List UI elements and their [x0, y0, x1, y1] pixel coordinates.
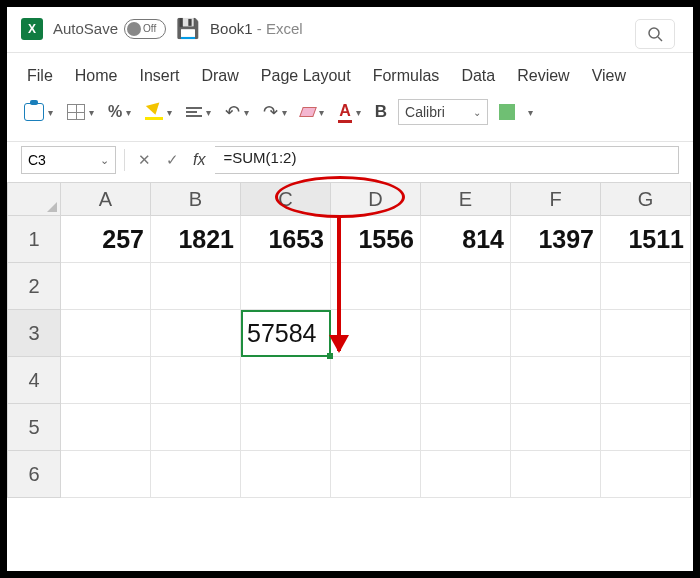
name-box[interactable]: C3 ⌄ [21, 146, 116, 174]
cell-E5[interactable] [421, 404, 511, 451]
cell-A4[interactable] [61, 357, 151, 404]
cell-D6[interactable] [331, 451, 421, 498]
clear-button[interactable]: ▾ [298, 105, 327, 120]
cell-A2[interactable] [61, 263, 151, 310]
search-button[interactable] [635, 19, 675, 49]
col-header-B[interactable]: B [151, 182, 241, 216]
format-table-button[interactable]: ▾ [64, 102, 97, 122]
cell-G3[interactable] [601, 310, 691, 357]
row-header-1[interactable]: 1 [7, 216, 61, 263]
cell-E2[interactable] [421, 263, 511, 310]
accept-formula-button[interactable]: ✓ [161, 151, 183, 169]
tab-file[interactable]: File [27, 67, 53, 85]
tab-review[interactable]: Review [517, 67, 569, 85]
ribbon-overflow-icon[interactable]: ▾ [528, 107, 533, 118]
formula-input[interactable]: =SUM(1:2) [215, 146, 679, 174]
clipboard-icon [24, 103, 44, 121]
cell-C1[interactable]: 1653 [241, 216, 331, 263]
tab-home[interactable]: Home [75, 67, 118, 85]
cell-F1[interactable]: 1397 [511, 216, 601, 263]
row-header-2[interactable]: 2 [7, 263, 61, 310]
tab-data[interactable]: Data [461, 67, 495, 85]
document-title: Book1 - Excel [210, 20, 303, 37]
cell-F5[interactable] [511, 404, 601, 451]
cell-C6[interactable] [241, 451, 331, 498]
col-header-G[interactable]: G [601, 182, 691, 216]
column-headers: A B C D E F G [7, 182, 693, 216]
save-icon[interactable]: 💾 [176, 17, 200, 40]
cell-A1[interactable]: 257 [61, 216, 151, 263]
cell-D1[interactable]: 1556 [331, 216, 421, 263]
cell-B2[interactable] [151, 263, 241, 310]
cell-B1[interactable]: 1821 [151, 216, 241, 263]
cell-D4[interactable] [331, 357, 421, 404]
undo-icon: ↶ [225, 101, 240, 123]
eraser-icon [299, 107, 317, 117]
x-icon: ✕ [138, 151, 151, 168]
cell-F6[interactable] [511, 451, 601, 498]
autosave-label: AutoSave [53, 20, 118, 37]
chevron-down-icon: ⌄ [100, 154, 109, 167]
cell-E1[interactable]: 814 [421, 216, 511, 263]
cell-E3[interactable] [421, 310, 511, 357]
row-header-5[interactable]: 5 [7, 404, 61, 451]
align-button[interactable]: ▾ [183, 105, 214, 120]
undo-button[interactable]: ↶▾ [222, 99, 252, 125]
cell-C4[interactable] [241, 357, 331, 404]
cancel-formula-button[interactable]: ✕ [133, 151, 155, 169]
cell-D5[interactable] [331, 404, 421, 451]
cell-B6[interactable] [151, 451, 241, 498]
autosave-switch[interactable]: Off [124, 19, 166, 39]
cell-A3[interactable] [61, 310, 151, 357]
cell-C3[interactable]: 57584 [241, 310, 331, 357]
cell-C2[interactable] [241, 263, 331, 310]
redo-button[interactable]: ↷▾ [260, 99, 290, 125]
fx-label[interactable]: fx [193, 151, 205, 169]
cell-F4[interactable] [511, 357, 601, 404]
fill-color-button[interactable]: ▾ [142, 102, 175, 122]
cell-fill-button[interactable] [496, 102, 518, 122]
col-header-D[interactable]: D [331, 182, 421, 216]
cell-C5[interactable] [241, 404, 331, 451]
autosave-toggle[interactable]: AutoSave Off [53, 19, 166, 39]
cell-D2[interactable] [331, 263, 421, 310]
cell-B5[interactable] [151, 404, 241, 451]
font-color-button[interactable]: A▾ [335, 100, 364, 125]
cell-D3[interactable] [331, 310, 421, 357]
svg-line-1 [658, 37, 662, 41]
tab-insert[interactable]: Insert [139, 67, 179, 85]
col-header-C[interactable]: C [241, 182, 331, 216]
tab-formulas[interactable]: Formulas [373, 67, 440, 85]
bold-button[interactable]: B [372, 100, 390, 124]
row-header-4[interactable]: 4 [7, 357, 61, 404]
cell-F2[interactable] [511, 263, 601, 310]
select-all-corner[interactable] [7, 182, 61, 216]
cell-E6[interactable] [421, 451, 511, 498]
cell-B3[interactable] [151, 310, 241, 357]
col-header-E[interactable]: E [421, 182, 511, 216]
paste-button[interactable]: ▾ [21, 101, 56, 123]
tab-view[interactable]: View [592, 67, 626, 85]
cell-A5[interactable] [61, 404, 151, 451]
cell-G5[interactable] [601, 404, 691, 451]
excel-app-icon: X [21, 18, 43, 40]
cell-F3[interactable] [511, 310, 601, 357]
font-family-select[interactable]: Calibri⌄ [398, 99, 488, 125]
cell-G1[interactable]: 1511 [601, 216, 691, 263]
tab-draw[interactable]: Draw [201, 67, 238, 85]
row-header-3[interactable]: 3 [7, 310, 61, 357]
row-header-6[interactable]: 6 [7, 451, 61, 498]
cell-E4[interactable] [421, 357, 511, 404]
app-name: - Excel [253, 20, 303, 37]
col-header-F[interactable]: F [511, 182, 601, 216]
font-family-value: Calibri [405, 104, 445, 120]
cell-B4[interactable] [151, 357, 241, 404]
percent-button[interactable]: %▾ [105, 101, 134, 123]
tab-page-layout[interactable]: Page Layout [261, 67, 351, 85]
cell-A6[interactable] [61, 451, 151, 498]
cell-G2[interactable] [601, 263, 691, 310]
col-header-A[interactable]: A [61, 182, 151, 216]
cell-G6[interactable] [601, 451, 691, 498]
cell-G4[interactable] [601, 357, 691, 404]
table-icon [67, 104, 85, 120]
